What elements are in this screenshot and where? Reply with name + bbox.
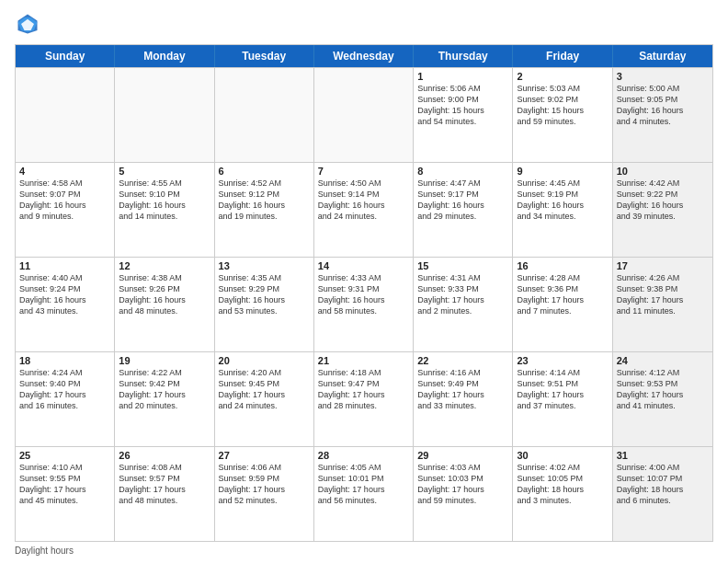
cell-info: Sunrise: 4:45 AM Sunset: 9:19 PM Dayligh… — [517, 178, 608, 223]
cal-cell-day-13: 13Sunrise: 4:35 AM Sunset: 9:29 PM Dayli… — [215, 258, 314, 351]
day-header-tuesday: Tuesday — [215, 45, 314, 67]
day-number: 29 — [417, 450, 508, 461]
cal-cell-day-8: 8Sunrise: 4:47 AM Sunset: 9:17 PM Daylig… — [414, 163, 513, 257]
day-number: 10 — [617, 166, 709, 177]
cal-cell-day-16: 16Sunrise: 4:28 AM Sunset: 9:36 PM Dayli… — [513, 258, 612, 351]
cal-cell-day-24: 24Sunrise: 4:12 AM Sunset: 9:53 PM Dayli… — [613, 352, 712, 446]
cal-cell-empty — [215, 68, 314, 162]
cal-cell-day-7: 7Sunrise: 4:50 AM Sunset: 9:14 PM Daylig… — [314, 163, 414, 257]
cell-info: Sunrise: 4:18 AM Sunset: 9:47 PM Dayligh… — [318, 367, 409, 412]
day-header-wednesday: Wednesday — [314, 45, 414, 67]
day-number: 28 — [318, 450, 409, 461]
cell-info: Sunrise: 4:42 AM Sunset: 9:22 PM Dayligh… — [617, 178, 709, 223]
cell-info: Sunrise: 4:14 AM Sunset: 9:51 PM Dayligh… — [517, 367, 608, 412]
logo — [15, 11, 44, 37]
cell-info: Sunrise: 5:03 AM Sunset: 9:02 PM Dayligh… — [517, 83, 608, 128]
cal-cell-day-23: 23Sunrise: 4:14 AM Sunset: 9:51 PM Dayli… — [513, 352, 612, 446]
day-header-thursday: Thursday — [414, 45, 513, 67]
cal-cell-day-12: 12Sunrise: 4:38 AM Sunset: 9:26 PM Dayli… — [115, 258, 214, 351]
cal-cell-day-2: 2Sunrise: 5:03 AM Sunset: 9:02 PM Daylig… — [513, 68, 612, 162]
day-header-saturday: Saturday — [613, 45, 712, 67]
logo-icon — [15, 11, 40, 37]
calendar-row-4: 25Sunrise: 4:10 AM Sunset: 9:55 PM Dayli… — [16, 446, 712, 541]
day-number: 20 — [219, 355, 310, 366]
cell-info: Sunrise: 4:02 AM Sunset: 10:05 PM Daylig… — [517, 462, 608, 507]
day-number: 5 — [119, 166, 210, 177]
cal-cell-day-26: 26Sunrise: 4:08 AM Sunset: 9:57 PM Dayli… — [115, 447, 214, 541]
cal-cell-empty — [115, 68, 214, 162]
cell-info: Sunrise: 4:05 AM Sunset: 10:01 PM Daylig… — [318, 462, 409, 507]
footer-note: Daylight hours — [15, 546, 713, 556]
cal-cell-empty — [16, 68, 115, 162]
day-number: 14 — [318, 260, 409, 271]
cell-info: Sunrise: 4:26 AM Sunset: 9:38 PM Dayligh… — [617, 272, 709, 317]
day-number: 6 — [219, 166, 310, 177]
day-number: 4 — [19, 166, 110, 177]
cal-cell-day-10: 10Sunrise: 4:42 AM Sunset: 9:22 PM Dayli… — [613, 163, 712, 257]
day-number: 7 — [318, 166, 409, 177]
cell-info: Sunrise: 4:10 AM Sunset: 9:55 PM Dayligh… — [19, 462, 110, 507]
day-header-monday: Monday — [115, 45, 214, 67]
cal-cell-day-22: 22Sunrise: 4:16 AM Sunset: 9:49 PM Dayli… — [414, 352, 513, 446]
calendar-row-3: 18Sunrise: 4:24 AM Sunset: 9:40 PM Dayli… — [16, 351, 712, 446]
cell-info: Sunrise: 4:22 AM Sunset: 9:42 PM Dayligh… — [119, 367, 210, 412]
cell-info: Sunrise: 4:28 AM Sunset: 9:36 PM Dayligh… — [517, 272, 608, 317]
day-number: 15 — [417, 260, 508, 271]
day-number: 18 — [19, 355, 110, 366]
cal-cell-day-29: 29Sunrise: 4:03 AM Sunset: 10:03 PM Dayl… — [414, 447, 513, 541]
day-number: 21 — [318, 355, 409, 366]
day-number: 24 — [617, 355, 709, 366]
cal-cell-day-11: 11Sunrise: 4:40 AM Sunset: 9:24 PM Dayli… — [16, 258, 115, 351]
calendar-header-row: SundayMondayTuesdayWednesdayThursdayFrid… — [16, 45, 712, 67]
cell-info: Sunrise: 4:12 AM Sunset: 9:53 PM Dayligh… — [617, 367, 709, 412]
cal-cell-day-30: 30Sunrise: 4:02 AM Sunset: 10:05 PM Dayl… — [513, 447, 612, 541]
calendar: SundayMondayTuesdayWednesdayThursdayFrid… — [15, 44, 713, 542]
cal-cell-day-19: 19Sunrise: 4:22 AM Sunset: 9:42 PM Dayli… — [115, 352, 214, 446]
cell-info: Sunrise: 4:16 AM Sunset: 9:49 PM Dayligh… — [417, 367, 508, 412]
cell-info: Sunrise: 5:06 AM Sunset: 9:00 PM Dayligh… — [417, 83, 508, 128]
calendar-row-1: 4Sunrise: 4:58 AM Sunset: 9:07 PM Daylig… — [16, 162, 712, 257]
day-header-friday: Friday — [513, 45, 612, 67]
cal-cell-day-28: 28Sunrise: 4:05 AM Sunset: 10:01 PM Dayl… — [314, 447, 414, 541]
cal-cell-empty — [314, 68, 414, 162]
day-number: 25 — [19, 450, 110, 461]
day-number: 3 — [617, 71, 709, 82]
day-number: 31 — [617, 450, 709, 461]
day-number: 17 — [617, 260, 709, 271]
day-number: 1 — [417, 71, 508, 82]
cal-cell-day-15: 15Sunrise: 4:31 AM Sunset: 9:33 PM Dayli… — [414, 258, 513, 351]
day-number: 9 — [517, 166, 608, 177]
day-number: 27 — [219, 450, 310, 461]
day-number: 30 — [517, 450, 608, 461]
day-number: 11 — [19, 260, 110, 271]
day-number: 8 — [417, 166, 508, 177]
cal-cell-day-4: 4Sunrise: 4:58 AM Sunset: 9:07 PM Daylig… — [16, 163, 115, 257]
cal-cell-day-9: 9Sunrise: 4:45 AM Sunset: 9:19 PM Daylig… — [513, 163, 612, 257]
cell-info: Sunrise: 4:00 AM Sunset: 10:07 PM Daylig… — [617, 462, 709, 507]
cal-cell-day-18: 18Sunrise: 4:24 AM Sunset: 9:40 PM Dayli… — [16, 352, 115, 446]
cal-cell-day-5: 5Sunrise: 4:55 AM Sunset: 9:10 PM Daylig… — [115, 163, 214, 257]
cell-info: Sunrise: 4:03 AM Sunset: 10:03 PM Daylig… — [417, 462, 508, 507]
day-number: 16 — [517, 260, 608, 271]
cell-info: Sunrise: 4:55 AM Sunset: 9:10 PM Dayligh… — [119, 178, 210, 223]
cal-cell-day-27: 27Sunrise: 4:06 AM Sunset: 9:59 PM Dayli… — [215, 447, 314, 541]
day-number: 26 — [119, 450, 210, 461]
cell-info: Sunrise: 4:35 AM Sunset: 9:29 PM Dayligh… — [219, 272, 310, 317]
cal-cell-day-17: 17Sunrise: 4:26 AM Sunset: 9:38 PM Dayli… — [613, 258, 712, 351]
day-number: 13 — [219, 260, 310, 271]
cell-info: Sunrise: 4:31 AM Sunset: 9:33 PM Dayligh… — [417, 272, 508, 317]
day-number: 23 — [517, 355, 608, 366]
cal-cell-day-21: 21Sunrise: 4:18 AM Sunset: 9:47 PM Dayli… — [314, 352, 414, 446]
cell-info: Sunrise: 4:47 AM Sunset: 9:17 PM Dayligh… — [417, 178, 508, 223]
cal-cell-day-3: 3Sunrise: 5:00 AM Sunset: 9:05 PM Daylig… — [613, 68, 712, 162]
cal-cell-day-20: 20Sunrise: 4:20 AM Sunset: 9:45 PM Dayli… — [215, 352, 314, 446]
cell-info: Sunrise: 4:20 AM Sunset: 9:45 PM Dayligh… — [219, 367, 310, 412]
cal-cell-day-31: 31Sunrise: 4:00 AM Sunset: 10:07 PM Dayl… — [613, 447, 712, 541]
cell-info: Sunrise: 4:33 AM Sunset: 9:31 PM Dayligh… — [318, 272, 409, 317]
day-number: 2 — [517, 71, 608, 82]
calendar-row-0: 1Sunrise: 5:06 AM Sunset: 9:00 PM Daylig… — [16, 67, 712, 162]
page: SundayMondayTuesdayWednesdayThursdayFrid… — [0, 0, 728, 563]
day-header-sunday: Sunday — [16, 45, 115, 67]
cell-info: Sunrise: 4:38 AM Sunset: 9:26 PM Dayligh… — [119, 272, 210, 317]
cal-cell-day-25: 25Sunrise: 4:10 AM Sunset: 9:55 PM Dayli… — [16, 447, 115, 541]
